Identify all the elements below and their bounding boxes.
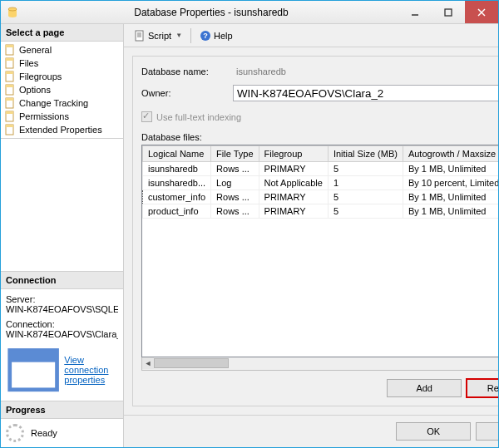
table-cell[interactable]: By 10 percent, Limited to 209... [403, 176, 498, 190]
table-row[interactable]: product_infoRows ...PRIMARY5By 1 MB, Unl… [143, 204, 499, 219]
sidebar-page-item[interactable]: Filegroups [1, 70, 123, 83]
col-filegroup[interactable]: Filegroup [259, 146, 328, 162]
progress-spinner-icon [6, 424, 24, 442]
help-button[interactable]: ? Help [196, 28, 236, 43]
script-icon [134, 30, 146, 42]
col-initial-size[interactable]: Initial Size (MB) [328, 146, 403, 162]
script-label: Script [148, 31, 171, 41]
table-cell[interactable]: Rows ... [211, 190, 259, 204]
svg-rect-17 [6, 111, 13, 114]
select-page-header: Select a page [1, 24, 123, 42]
toolbar: Script ▼ ? Help [124, 24, 498, 47]
ok-button[interactable]: OK [396, 422, 471, 441]
server-label: Server: [6, 294, 118, 304]
col-logical-name[interactable]: Logical Name [143, 146, 211, 162]
svg-rect-19 [6, 125, 13, 127]
page-list: GeneralFilesFilegroupsOptionsChange Trac… [1, 42, 123, 139]
maximize-button[interactable] [432, 1, 465, 23]
sidebar-page-label: Permissions [19, 111, 69, 121]
svg-rect-21 [10, 350, 57, 362]
files-grid-wrap: Logical Name File Type Filegroup Initial… [141, 145, 498, 371]
table-cell[interactable]: 5 [328, 190, 403, 204]
table-cell[interactable]: Rows ... [211, 162, 259, 176]
owner-label: Owner: [141, 88, 233, 98]
titlebar[interactable]: Database Properties - isunsharedb [1, 1, 498, 24]
sidebar-page-label: Files [19, 58, 38, 68]
cancel-button[interactable]: Cancel [476, 422, 498, 441]
scroll-left-arrow-icon[interactable]: ◄ [142, 357, 154, 369]
horizontal-scrollbar[interactable]: ◄ ► [141, 357, 498, 371]
connection-label: Connection: [6, 319, 118, 329]
script-button[interactable]: Script ▼ [131, 28, 185, 43]
table-cell[interactable]: 5 [328, 204, 403, 219]
svg-rect-9 [6, 58, 13, 61]
svg-rect-15 [6, 98, 13, 101]
files-label: Database files: [141, 132, 498, 142]
sidebar-page-item[interactable]: Files [1, 57, 123, 70]
properties-group: Database name: isunsharedb Owner: ... Us… [132, 56, 498, 406]
scroll-thumb[interactable] [154, 358, 229, 368]
table-row[interactable]: isunsharedb...LogNot Applicable1By 10 pe… [143, 176, 499, 190]
col-autogrowth[interactable]: Autogrowth / Maxsize [403, 146, 498, 162]
owner-input[interactable] [233, 85, 498, 101]
chevron-down-icon: ▼ [175, 32, 182, 39]
fulltext-checkbox [141, 111, 152, 122]
sidebar-page-label: Options [19, 85, 51, 95]
sidebar-page-item[interactable]: Change Tracking [1, 96, 123, 110]
connection-info: Server: WIN-K874EOAFOVS\SQLEXPRE Connect… [1, 289, 123, 401]
window-title: Database Properties - isunsharedb [24, 7, 398, 18]
page-icon [4, 97, 16, 109]
sidebar-page-item[interactable]: Options [1, 83, 123, 96]
properties-icon [6, 342, 61, 397]
table-cell[interactable]: By 1 MB, Unlimited [403, 204, 498, 219]
add-button[interactable]: Add [387, 379, 462, 397]
content-area: Database name: isunsharedb Owner: ... Us… [124, 47, 498, 415]
dialog-window: Database Properties - isunsharedb Select… [0, 0, 499, 448]
main-panel: Script ▼ ? Help Database name: isunshare… [124, 24, 498, 447]
sidebar-page-item[interactable]: Permissions [1, 110, 123, 123]
close-button[interactable] [465, 1, 498, 23]
svg-rect-11 [6, 71, 13, 74]
sidebar-page-item[interactable]: General [1, 43, 123, 57]
table-cell[interactable]: Log [211, 176, 259, 190]
table-row[interactable]: isunsharedbRows ...PRIMARY5By 1 MB, Unli… [143, 162, 499, 176]
table-cell[interactable]: product_info [143, 204, 211, 219]
table-cell[interactable]: PRIMARY [259, 204, 328, 219]
view-connection-properties-link[interactable]: View connection properties [64, 355, 118, 385]
table-cell[interactable]: By 1 MB, Unlimited [403, 162, 498, 176]
table-cell[interactable]: Rows ... [211, 204, 259, 219]
table-cell[interactable]: PRIMARY [259, 162, 328, 176]
remove-button[interactable]: Remove [467, 379, 498, 397]
dialog-footer: OK Cancel [124, 415, 498, 447]
minimize-button[interactable] [398, 1, 432, 23]
page-icon [4, 44, 16, 56]
table-row[interactable]: customer_infoRows ...PRIMARY5By 1 MB, Un… [143, 190, 499, 204]
svg-text:?: ? [203, 32, 208, 40]
table-cell[interactable]: 5 [328, 162, 403, 176]
table-cell[interactable]: Not Applicable [259, 176, 328, 190]
page-icon [4, 124, 16, 135]
table-cell[interactable]: isunsharedb... [143, 176, 211, 190]
svg-rect-22 [136, 31, 143, 41]
dialog-body: Select a page GeneralFilesFilegroupsOpti… [1, 24, 498, 447]
svg-rect-7 [6, 45, 13, 47]
sidebar-page-label: Extended Properties [19, 125, 102, 135]
table-cell[interactable]: isunsharedb [143, 162, 211, 176]
table-cell[interactable]: By 1 MB, Unlimited [403, 190, 498, 204]
server-value: WIN-K874EOAFOVS\SQLEXPRE [6, 304, 118, 314]
progress-header: Progress [1, 401, 123, 419]
db-name-value: isunsharedb [233, 65, 498, 78]
sidebar-page-label: Change Tracking [19, 98, 88, 108]
files-grid[interactable]: Logical Name File Type Filegroup Initial… [141, 145, 498, 357]
svg-rect-3 [445, 9, 452, 16]
fulltext-label: Use full-text indexing [156, 112, 241, 122]
col-file-type[interactable]: File Type [211, 146, 259, 162]
toolbar-separator [190, 28, 191, 43]
table-cell[interactable]: 1 [328, 176, 403, 190]
sidebar: Select a page GeneralFilesFilegroupsOpti… [1, 24, 124, 447]
progress-box: Ready [1, 419, 123, 447]
table-cell[interactable]: customer_info [143, 190, 211, 204]
db-name-label: Database name: [141, 66, 233, 76]
table-cell[interactable]: PRIMARY [259, 190, 328, 204]
sidebar-page-item[interactable]: Extended Properties [1, 123, 123, 136]
